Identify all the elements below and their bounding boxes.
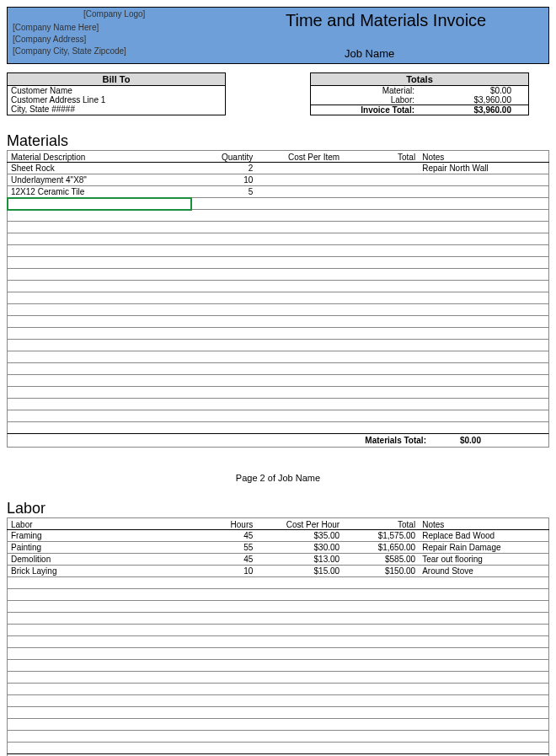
cell-desc[interactable] [8, 589, 192, 601]
cell-qty[interactable] [191, 613, 256, 625]
table-row[interactable] [8, 210, 549, 222]
cell-qty[interactable] [191, 233, 256, 245]
table-row[interactable] [8, 257, 549, 269]
cell-total[interactable] [343, 422, 419, 434]
cell-desc[interactable] [8, 731, 192, 743]
cell-notes[interactable]: Repair Rain Damage [419, 542, 548, 554]
cell-notes[interactable] [419, 363, 548, 375]
cell-qty[interactable] [191, 707, 256, 719]
cell-total[interactable] [343, 340, 419, 351]
cell-total[interactable] [343, 410, 419, 422]
cell-desc[interactable] [8, 304, 192, 316]
cell-qty[interactable] [191, 269, 256, 281]
cell-qty[interactable] [191, 375, 256, 387]
cell-desc[interactable] [8, 684, 192, 695]
cell-qty[interactable]: 10 [191, 174, 256, 186]
cell-notes[interactable] [419, 589, 548, 601]
cell-notes[interactable] [419, 422, 548, 434]
cell-qty[interactable] [191, 245, 256, 257]
cell-qty[interactable] [191, 601, 256, 613]
cell-cost[interactable] [256, 340, 343, 351]
cell-total[interactable] [343, 163, 419, 174]
cell-qty[interactable] [191, 210, 256, 222]
cell-cost[interactable] [256, 589, 343, 601]
cell-qty[interactable] [191, 743, 256, 754]
cell-cost[interactable] [256, 375, 343, 387]
cell-total[interactable] [343, 186, 419, 198]
cell-desc[interactable]: Sheet Rock [8, 163, 192, 174]
cell-desc[interactable] [8, 672, 192, 684]
table-row[interactable] [8, 410, 549, 422]
cell-cost[interactable] [256, 707, 343, 719]
cell-notes[interactable] [419, 601, 548, 613]
cell-desc[interactable] [8, 695, 192, 707]
cell-notes[interactable] [419, 399, 548, 410]
cell-qty[interactable] [191, 672, 256, 684]
table-row[interactable] [8, 281, 549, 292]
cell-desc[interactable]: Underlayment 4"X8" [8, 174, 192, 186]
cell-cost[interactable] [256, 625, 343, 636]
cell-notes[interactable] [419, 613, 548, 625]
cell-cost[interactable]: $30.00 [256, 542, 343, 554]
cell-total[interactable] [343, 328, 419, 340]
cell-cost[interactable]: $13.00 [256, 554, 343, 566]
cell-qty[interactable] [191, 577, 256, 589]
cell-total[interactable] [343, 281, 419, 292]
cell-cost[interactable] [256, 328, 343, 340]
table-row[interactable]: Demolition45$13.00$585.00Tear out floori… [8, 554, 549, 566]
cell-desc[interactable] [8, 292, 192, 304]
cell-desc[interactable] [8, 316, 192, 328]
cell-total[interactable] [343, 613, 419, 625]
table-row[interactable] [8, 625, 549, 636]
cell-desc[interactable] [8, 210, 192, 222]
cell-desc[interactable] [8, 222, 192, 233]
cell-cost[interactable] [256, 731, 343, 743]
cell-total[interactable] [343, 257, 419, 269]
table-row[interactable]: 12X12 Ceramic Tile5 [8, 186, 549, 198]
cell-cost[interactable] [256, 363, 343, 375]
cell-qty[interactable] [191, 316, 256, 328]
cell-notes[interactable] [419, 648, 548, 660]
table-row[interactable] [8, 731, 549, 743]
table-row[interactable] [8, 340, 549, 351]
cell-desc[interactable] [8, 719, 192, 731]
cell-cost[interactable] [256, 399, 343, 410]
cell-cost[interactable] [256, 577, 343, 589]
table-row[interactable] [8, 636, 549, 648]
cell-cost[interactable] [256, 660, 343, 672]
table-row[interactable] [8, 233, 549, 245]
cell-notes[interactable] [419, 233, 548, 245]
cell-total[interactable] [343, 210, 419, 222]
cell-total[interactable] [343, 743, 419, 754]
cell-desc[interactable] [8, 625, 192, 636]
cell-qty[interactable]: 55 [191, 542, 256, 554]
cell-notes[interactable] [419, 577, 548, 589]
cell-total[interactable] [343, 601, 419, 613]
cell-desc[interactable] [8, 351, 192, 363]
table-row[interactable] [8, 304, 549, 316]
cell-total[interactable] [343, 648, 419, 660]
cell-notes[interactable] [419, 695, 548, 707]
cell-cost[interactable] [256, 410, 343, 422]
cell-cost[interactable] [256, 210, 343, 222]
cell-qty[interactable] [191, 660, 256, 672]
table-row[interactable] [8, 351, 549, 363]
cell-total[interactable] [343, 198, 419, 210]
table-row[interactable]: Framing45$35.00$1,575.00Replace Bad Wood [8, 530, 549, 542]
cell-total[interactable] [343, 269, 419, 281]
table-row[interactable]: Painting55$30.00$1,650.00Repair Rain Dam… [8, 542, 549, 554]
cell-qty[interactable] [191, 292, 256, 304]
cell-qty[interactable] [191, 399, 256, 410]
cell-notes[interactable] [419, 351, 548, 363]
cell-total[interactable] [343, 672, 419, 684]
materials-grid[interactable]: Material Description Quantity Cost Per I… [7, 150, 549, 434]
bill-to-customer[interactable]: Customer Name [8, 86, 225, 95]
bill-to-citystate[interactable]: City, State ##### [8, 105, 225, 114]
cell-cost[interactable] [256, 281, 343, 292]
cell-cost[interactable] [256, 245, 343, 257]
cell-cost[interactable] [256, 387, 343, 399]
cell-qty[interactable] [191, 625, 256, 636]
cell-qty[interactable]: 45 [191, 530, 256, 542]
cell-cost[interactable]: $35.00 [256, 530, 343, 542]
cell-qty[interactable] [191, 695, 256, 707]
